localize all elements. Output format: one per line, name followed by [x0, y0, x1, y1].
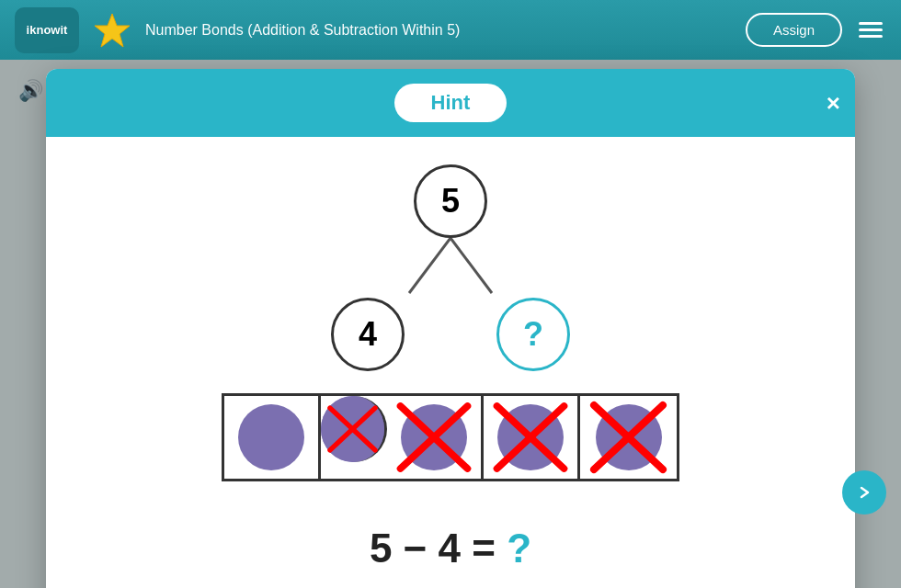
- count-circle-1: [238, 404, 304, 470]
- header: iknowit Number Bonds (Addition & Subtrac…: [0, 0, 901, 60]
- equation-part1: 5: [370, 526, 392, 571]
- bond-bottom: 4 ?: [331, 298, 570, 371]
- arrow-right-icon: [851, 480, 877, 505]
- hint-modal: Hint × 5 4 ?: [46, 69, 855, 588]
- star-icon: [92, 10, 132, 51]
- hamburger-line-3: [859, 35, 883, 38]
- close-button[interactable]: ×: [827, 91, 840, 115]
- hamburger-menu-button[interactable]: [855, 18, 886, 41]
- bond-lines-svg: [359, 238, 542, 298]
- count-cell-5: [580, 396, 677, 479]
- count-circle-4: [497, 404, 564, 470]
- equation-question: ?: [507, 526, 531, 571]
- bond-top: 5: [414, 164, 487, 238]
- count-cell-4: [484, 396, 580, 479]
- svg-line-2: [450, 238, 492, 293]
- hamburger-line-2: [859, 28, 883, 31]
- lesson-title: Number Bonds (Addition & Subtraction Wit…: [145, 22, 746, 39]
- count-circle-2: [321, 396, 384, 462]
- equation-minus-sign: −: [404, 526, 428, 571]
- nav-arrow-button[interactable]: [842, 470, 886, 514]
- count-cell-1: [224, 396, 321, 479]
- equation: 5 − 4 = ?: [64, 526, 837, 571]
- bond-left-circle: 4: [331, 298, 405, 371]
- number-bond-diagram: 5 4 ?: [64, 164, 837, 371]
- svg-line-1: [409, 238, 450, 293]
- count-circle-3: [401, 404, 467, 470]
- svg-marker-0: [95, 14, 130, 47]
- count-circle-5: [596, 404, 662, 470]
- equation-part2: 4: [439, 526, 461, 571]
- logo: iknowit: [15, 7, 79, 53]
- bond-right-circle: ?: [496, 298, 570, 371]
- count-cell-2: [321, 396, 387, 462]
- hamburger-line-1: [859, 22, 883, 25]
- logo-text: iknowit: [27, 23, 68, 38]
- equation-equals: =: [472, 526, 496, 571]
- count-cell-3: [387, 396, 484, 479]
- modal-overlay: Hint × 5 4 ?: [0, 60, 901, 588]
- bond-top-circle: 5: [414, 164, 487, 238]
- main-content: 🔊 Fill in the missing number. Progress H…: [0, 60, 901, 588]
- assign-button[interactable]: Assign: [746, 13, 842, 47]
- modal-body: 5 4 ?: [46, 137, 855, 588]
- modal-header: Hint ×: [46, 69, 855, 137]
- counting-row: [222, 393, 679, 481]
- hint-tab: Hint: [394, 84, 508, 122]
